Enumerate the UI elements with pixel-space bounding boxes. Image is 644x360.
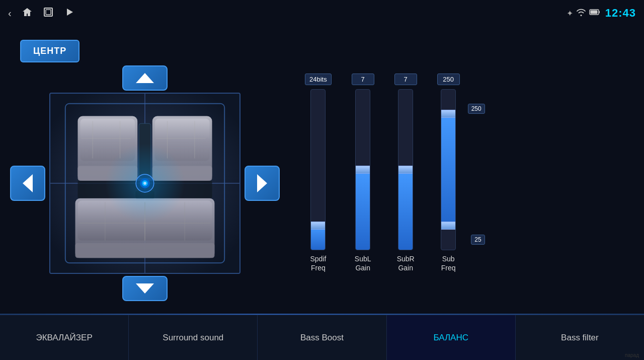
spdif-freq-value: 24bits [305, 74, 332, 85]
tab-equalizer[interactable]: ЭКВАЛАЙЗЕР [0, 315, 129, 360]
svg-point-38 [143, 182, 146, 185]
sub-freq-track[interactable] [441, 89, 456, 250]
svg-marker-7 [23, 174, 33, 192]
subr-gain-slider-col: 7 SubRGain [394, 74, 417, 272]
center-button[interactable]: ЦЕНТР [20, 40, 79, 62]
sub-freq-bottom-label: 25 [471, 235, 485, 245]
main-content: ЦЕНТР [0, 26, 644, 315]
watermark: парад [625, 352, 639, 358]
arrow-right-button[interactable] [245, 166, 280, 201]
back-button[interactable]: ‹ [8, 8, 12, 19]
subl-gain-slider-col: 7 SubLGain [352, 74, 374, 272]
subl-gain-track[interactable] [355, 89, 370, 250]
spdif-freq-slider-col: 24bits Spdif Freq [305, 74, 332, 272]
tab-balance[interactable]: БАЛАНС [387, 315, 516, 360]
sub-freq-top-label: 250 [468, 104, 485, 114]
bluetooth-icon: ✦ [567, 9, 573, 18]
car-row [10, 93, 280, 274]
svg-rect-4 [599, 11, 600, 13]
tab-surround[interactable]: Surround sound [129, 315, 258, 360]
subl-gain-label: SubLGain [355, 254, 371, 272]
svg-marker-2 [67, 9, 73, 16]
window-button[interactable] [43, 7, 54, 20]
time-display: 12:43 [605, 7, 636, 20]
subr-gain-value: 7 [394, 74, 417, 85]
sliders-row: 24bits Spdif Freq 7 SubLGain 7 [305, 74, 460, 272]
arrow-left-button[interactable] [10, 166, 45, 201]
nav-icons: ‹ [8, 7, 567, 20]
arrow-up-button[interactable] [122, 65, 168, 91]
home-button[interactable] [22, 7, 33, 20]
spdif-freq-track[interactable] [310, 89, 326, 250]
spdif-freq-label: Spdif Freq [310, 254, 326, 272]
status-right: ✦ 12:43 [567, 7, 636, 20]
svg-marker-41 [136, 283, 154, 294]
sub-freq-label: SubFreq [441, 254, 456, 272]
subl-gain-value: 7 [352, 74, 374, 85]
svg-marker-40 [257, 174, 267, 192]
status-bar: ‹ ✦ [0, 0, 644, 26]
bottom-nav: ЭКВАЛАЙЗЕР Surround sound Bass Boost БАЛ… [0, 315, 644, 360]
svg-rect-1 [46, 10, 51, 15]
car-view-container: ЦЕНТР [10, 40, 280, 301]
arrow-down-button[interactable] [122, 276, 168, 301]
svg-rect-5 [590, 11, 597, 14]
tab-bass-boost[interactable]: Bass Boost [258, 315, 386, 360]
menu-button[interactable] [64, 7, 75, 20]
right-panel: 24bits Spdif Freq 7 SubLGain 7 [290, 68, 634, 272]
subr-gain-label: SubRGain [397, 254, 415, 272]
car-image [49, 93, 240, 274]
svg-marker-6 [136, 73, 154, 83]
svg-rect-27 [75, 243, 215, 258]
battery-icon [589, 9, 600, 18]
sub-freq-slider-col: 250 250 25 SubFreq [437, 74, 460, 272]
sub-freq-value-top: 250 [437, 74, 460, 85]
subr-gain-track[interactable] [398, 89, 413, 250]
wifi-icon [576, 8, 586, 18]
status-icons: ✦ [567, 8, 600, 18]
